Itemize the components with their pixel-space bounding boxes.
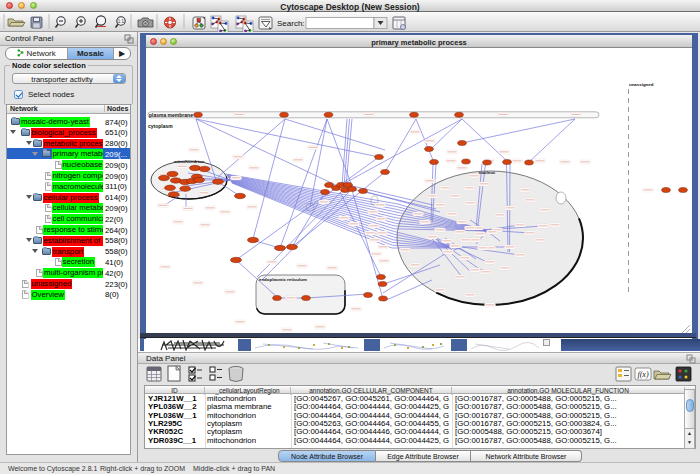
svg-text:endoplasmic reticulum: endoplasmic reticulum: [259, 277, 307, 282]
svg-text:plasma membrane: plasma membrane: [149, 112, 193, 118]
svg-text:f(x): f(x): [637, 370, 648, 379]
svg-text:Search:: Search:: [277, 19, 305, 28]
svg-text:1:1: 1:1: [118, 19, 125, 24]
svg-text:nucleus: nucleus: [479, 170, 496, 175]
svg-text:unassigned: unassigned: [629, 82, 654, 87]
svg-text:mitochondrion: mitochondrion: [174, 159, 205, 164]
svg-text:cytoplasm: cytoplasm: [148, 123, 173, 129]
